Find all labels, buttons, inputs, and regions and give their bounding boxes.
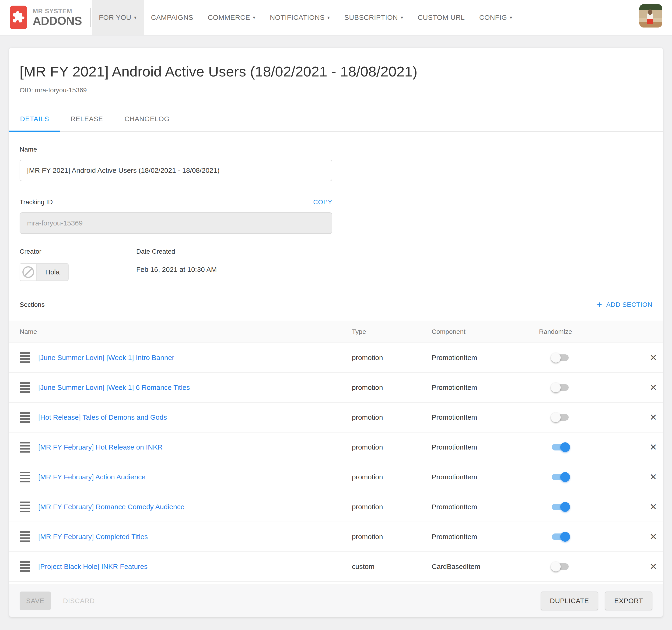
drag-handle-icon[interactable] — [20, 500, 31, 514]
table-row: [Project Black Hole] INKR Features custo… — [9, 552, 663, 582]
no-avatar-icon — [20, 264, 37, 280]
card-footer: SAVE DISCARD DUPLICATE EXPORT — [9, 584, 663, 617]
randomize-toggle[interactable] — [552, 563, 569, 570]
section-link[interactable]: [Hot Release] Tales of Demons and Gods — [38, 413, 167, 421]
randomize-toggle[interactable] — [552, 533, 569, 540]
col-header-randomize: Randomize — [539, 328, 644, 335]
remove-section-icon[interactable]: ✕ — [650, 443, 657, 452]
app-logo — [10, 6, 27, 29]
section-type: custom — [352, 563, 432, 571]
table-row: [June Summer Lovin] [Week 1] 6 Romance T… — [9, 373, 663, 403]
nav-for-you[interactable]: FOR YOU ▾ — [92, 0, 144, 35]
app-header: MR SYSTEM ADDONS FOR YOU ▾ CAMPAIGNS COM… — [0, 0, 672, 35]
section-type: promotion — [352, 533, 432, 541]
nav-campaigns[interactable]: CAMPAIGNS — [144, 0, 200, 35]
drag-handle-icon[interactable] — [20, 530, 31, 544]
nav-subscription[interactable]: SUBSCRIPTION ▾ — [337, 0, 410, 35]
randomize-toggle[interactable] — [552, 384, 569, 391]
tab-bar: DETAILS RELEASE CHANGELOG — [9, 106, 663, 132]
discard-button: DISCARD — [57, 591, 100, 610]
drag-handle-icon[interactable] — [20, 470, 31, 484]
section-component: PromotionItem — [432, 443, 539, 451]
creator-chip: Hola — [20, 263, 69, 281]
sections-title: Sections — [20, 301, 45, 308]
section-link[interactable]: [June Summer Lovin] [Week 1] Intro Banne… — [38, 354, 174, 362]
randomize-toggle[interactable] — [552, 504, 569, 510]
nav-custom-url[interactable]: CUSTOM URL — [410, 0, 472, 35]
copy-button[interactable]: COPY — [313, 198, 332, 206]
section-component: PromotionItem — [432, 354, 539, 362]
chevron-down-icon: ▾ — [510, 15, 512, 20]
drag-handle-icon[interactable] — [20, 440, 31, 454]
randomize-toggle[interactable] — [552, 474, 569, 480]
export-button[interactable]: EXPORT — [605, 591, 652, 610]
nav-config[interactable]: CONFIG ▾ — [472, 0, 520, 35]
section-link[interactable]: [June Summer Lovin] [Week 1] 6 Romance T… — [38, 383, 190, 392]
section-link[interactable]: [Project Black Hole] INKR Features — [38, 563, 148, 571]
nav-divider — [90, 8, 91, 27]
name-label: Name — [20, 146, 652, 153]
nav-commerce[interactable]: COMMERCE ▾ — [200, 0, 263, 35]
section-component: PromotionItem — [432, 383, 539, 392]
section-type: promotion — [352, 383, 432, 392]
section-component: PromotionItem — [432, 533, 539, 541]
col-header-type: Type — [352, 328, 432, 335]
section-link[interactable]: [MR FY February] Completed Titles — [38, 533, 148, 541]
table-row: [MR FY February] Romance Comedy Audience… — [9, 492, 663, 522]
randomize-toggle[interactable] — [552, 444, 569, 451]
nav-notifications[interactable]: NOTIFICATIONS ▾ — [263, 0, 337, 35]
drag-handle-icon[interactable] — [20, 381, 31, 394]
add-section-button[interactable]: + ADD SECTION — [597, 301, 652, 308]
remove-section-icon[interactable]: ✕ — [650, 473, 657, 481]
table-row: [Hot Release] Tales of Demons and Gods p… — [9, 403, 663, 432]
page-oid: OID: mra-foryou-15369 — [9, 86, 663, 94]
section-type: promotion — [352, 473, 432, 481]
section-type: promotion — [352, 413, 432, 421]
user-avatar[interactable] — [639, 4, 662, 27]
section-type: promotion — [352, 354, 432, 362]
remove-section-icon[interactable]: ✕ — [650, 532, 657, 541]
col-header-name: Name — [9, 328, 352, 335]
table-row: [MR FY February] Action Audience promoti… — [9, 462, 663, 492]
section-type: promotion — [352, 443, 432, 451]
detail-card: [MR FY 2021] Android Active Users (18/02… — [9, 48, 663, 617]
section-link[interactable]: [MR FY February] Hot Release on INKR — [38, 443, 163, 451]
brand-system-label: MR SYSTEM — [33, 8, 82, 15]
section-component: PromotionItem — [432, 503, 539, 511]
tab-release[interactable]: RELEASE — [60, 106, 114, 131]
puzzle-icon — [12, 10, 25, 24]
drag-handle-icon[interactable] — [20, 560, 31, 573]
col-header-component: Component — [432, 328, 539, 335]
date-created-label: Date Created — [136, 248, 217, 255]
tab-changelog[interactable]: CHANGELOG — [114, 106, 181, 131]
chevron-down-icon: ▾ — [134, 15, 137, 20]
remove-section-icon[interactable]: ✕ — [650, 502, 657, 511]
plus-icon: + — [597, 301, 602, 308]
tracking-id-label: Tracking ID — [20, 198, 53, 206]
brand-addons-label: ADDONS — [33, 15, 82, 27]
section-component: PromotionItem — [432, 413, 539, 421]
table-row: [June Summer Lovin] [Week 1] Intro Banne… — [9, 343, 663, 373]
section-type: promotion — [352, 503, 432, 511]
main-nav: FOR YOU ▾ CAMPAIGNS COMMERCE ▾ NOTIFICAT… — [92, 0, 520, 35]
creator-label: Creator — [20, 248, 136, 255]
drag-handle-icon[interactable] — [20, 410, 31, 424]
table-row: [MR FY February] Completed Titles promot… — [9, 522, 663, 552]
chevron-down-icon: ▾ — [327, 15, 330, 20]
drag-handle-icon[interactable] — [20, 351, 31, 364]
section-link[interactable]: [MR FY February] Romance Comedy Audience — [38, 503, 184, 511]
remove-section-icon[interactable]: ✕ — [650, 413, 657, 422]
page-title: [MR FY 2021] Android Active Users (18/02… — [9, 48, 663, 80]
randomize-toggle[interactable] — [552, 354, 569, 361]
tab-details[interactable]: DETAILS — [9, 106, 60, 131]
remove-section-icon[interactable]: ✕ — [650, 562, 657, 571]
section-link[interactable]: [MR FY February] Action Audience — [38, 473, 146, 481]
remove-section-icon[interactable]: ✕ — [650, 383, 657, 392]
randomize-toggle[interactable] — [552, 414, 569, 421]
sections-table-header: Name Type Component Randomize — [9, 321, 663, 343]
remove-section-icon[interactable]: ✕ — [650, 353, 657, 362]
brand[interactable]: MR SYSTEM ADDONS — [0, 0, 82, 35]
name-input[interactable] — [20, 160, 332, 181]
date-created-value: Feb 16, 2021 at 10:30 AM — [136, 266, 217, 274]
duplicate-button[interactable]: DUPLICATE — [541, 591, 599, 610]
